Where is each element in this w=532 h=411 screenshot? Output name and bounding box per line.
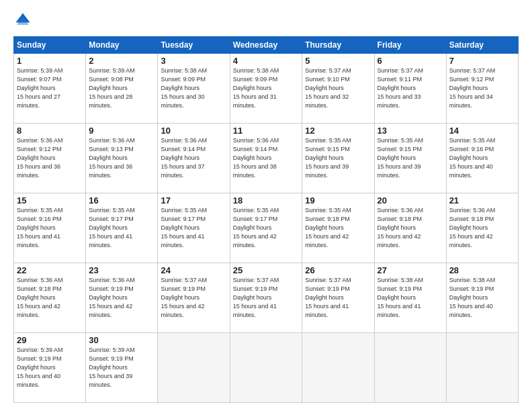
day-number: 12 bbox=[305, 126, 371, 136]
week-row-3: 15Sunrise: 5:35 AMSunset: 9:16 PMDayligh… bbox=[14, 193, 519, 263]
day-cell-5: 5Sunrise: 5:37 AMSunset: 9:10 PMDaylight… bbox=[302, 54, 374, 124]
day-number: 11 bbox=[233, 126, 300, 136]
day-cell-1: 1Sunrise: 5:39 AMSunset: 9:07 PMDaylight… bbox=[14, 54, 86, 124]
header-wednesday: Wednesday bbox=[230, 37, 302, 54]
day-number: 16 bbox=[89, 195, 154, 205]
day-cell-15: 15Sunrise: 5:35 AMSunset: 9:16 PMDayligh… bbox=[14, 193, 86, 263]
day-info: Sunrise: 5:38 AMSunset: 9:19 PMDaylight … bbox=[449, 277, 496, 318]
day-cell-17: 17Sunrise: 5:35 AMSunset: 9:17 PMDayligh… bbox=[158, 193, 230, 263]
day-number: 4 bbox=[233, 56, 300, 66]
header-sunday: Sunday bbox=[14, 37, 86, 54]
day-info: Sunrise: 5:39 AMSunset: 9:07 PMDaylight … bbox=[17, 67, 63, 109]
day-info: Sunrise: 5:38 AMSunset: 9:09 PMDaylight … bbox=[233, 67, 279, 109]
week-row-2: 8Sunrise: 5:36 AMSunset: 9:12 PMDaylight… bbox=[14, 124, 519, 193]
day-cell-27: 27Sunrise: 5:38 AMSunset: 9:19 PMDayligh… bbox=[374, 263, 446, 333]
day-cell-20: 20Sunrise: 5:36 AMSunset: 9:18 PMDayligh… bbox=[374, 193, 446, 263]
logo bbox=[13, 11, 35, 30]
day-info: Sunrise: 5:37 AMSunset: 9:12 PMDaylight … bbox=[449, 67, 496, 109]
header-saturday: Saturday bbox=[446, 37, 518, 54]
logo-icon bbox=[13, 11, 32, 30]
day-number: 20 bbox=[378, 195, 443, 205]
day-cell-13: 13Sunrise: 5:35 AMSunset: 9:15 PMDayligh… bbox=[374, 124, 446, 193]
day-cell-29: 29Sunrise: 5:39 AMSunset: 9:19 PMDayligh… bbox=[14, 333, 86, 403]
day-cell-8: 8Sunrise: 5:36 AMSunset: 9:12 PMDaylight… bbox=[14, 124, 86, 193]
day-info: Sunrise: 5:36 AMSunset: 9:19 PMDaylight … bbox=[89, 277, 135, 318]
day-cell-12: 12Sunrise: 5:35 AMSunset: 9:15 PMDayligh… bbox=[302, 124, 374, 193]
day-number: 13 bbox=[378, 126, 443, 136]
day-info: Sunrise: 5:35 AMSunset: 9:17 PMDaylight … bbox=[161, 207, 207, 248]
page: Sunday Monday Tuesday Wednesday Thursday… bbox=[0, 0, 532, 411]
day-number: 1 bbox=[17, 56, 83, 66]
day-info: Sunrise: 5:39 AMSunset: 9:19 PMDaylight … bbox=[17, 347, 63, 388]
empty-cell bbox=[374, 333, 446, 403]
day-cell-6: 6Sunrise: 5:37 AMSunset: 9:11 PMDaylight… bbox=[374, 54, 446, 124]
weekday-header-row: Sunday Monday Tuesday Wednesday Thursday… bbox=[14, 37, 519, 54]
day-info: Sunrise: 5:36 AMSunset: 9:14 PMDaylight … bbox=[233, 137, 279, 179]
day-cell-3: 3Sunrise: 5:38 AMSunset: 9:09 PMDaylight… bbox=[158, 54, 230, 124]
header bbox=[13, 11, 519, 30]
header-monday: Monday bbox=[86, 37, 158, 54]
day-cell-23: 23Sunrise: 5:36 AMSunset: 9:19 PMDayligh… bbox=[86, 263, 158, 333]
day-info: Sunrise: 5:35 AMSunset: 9:17 PMDaylight … bbox=[89, 207, 135, 248]
header-tuesday: Tuesday bbox=[158, 37, 230, 54]
empty-cell bbox=[302, 333, 374, 403]
header-thursday: Thursday bbox=[302, 37, 374, 54]
day-number: 9 bbox=[89, 126, 154, 136]
calendar-table: Sunday Monday Tuesday Wednesday Thursday… bbox=[13, 36, 519, 403]
day-cell-14: 14Sunrise: 5:35 AMSunset: 9:16 PMDayligh… bbox=[446, 124, 518, 193]
header-friday: Friday bbox=[374, 37, 446, 54]
day-number: 19 bbox=[305, 195, 371, 205]
day-cell-22: 22Sunrise: 5:36 AMSunset: 9:18 PMDayligh… bbox=[14, 263, 86, 333]
day-info: Sunrise: 5:39 AMSunset: 9:19 PMDaylight … bbox=[89, 347, 135, 388]
day-number: 30 bbox=[89, 335, 154, 345]
empty-cell bbox=[230, 333, 302, 403]
day-cell-7: 7Sunrise: 5:37 AMSunset: 9:12 PMDaylight… bbox=[446, 54, 518, 124]
day-number: 17 bbox=[161, 195, 226, 205]
day-info: Sunrise: 5:35 AMSunset: 9:18 PMDaylight … bbox=[305, 207, 351, 248]
day-info: Sunrise: 5:35 AMSunset: 9:15 PMDaylight … bbox=[305, 137, 351, 179]
day-number: 5 bbox=[305, 56, 371, 66]
day-info: Sunrise: 5:36 AMSunset: 9:13 PMDaylight … bbox=[89, 137, 135, 179]
empty-cell bbox=[446, 333, 518, 403]
day-info: Sunrise: 5:37 AMSunset: 9:11 PMDaylight … bbox=[378, 67, 424, 109]
day-number: 24 bbox=[161, 265, 226, 275]
day-cell-10: 10Sunrise: 5:36 AMSunset: 9:14 PMDayligh… bbox=[158, 124, 230, 193]
day-info: Sunrise: 5:37 AMSunset: 9:10 PMDaylight … bbox=[305, 67, 351, 109]
day-cell-30: 30Sunrise: 5:39 AMSunset: 9:19 PMDayligh… bbox=[86, 333, 158, 403]
day-number: 3 bbox=[161, 56, 226, 66]
day-info: Sunrise: 5:38 AMSunset: 9:19 PMDaylight … bbox=[378, 277, 424, 318]
day-number: 29 bbox=[17, 335, 83, 345]
day-number: 7 bbox=[449, 56, 515, 66]
day-info: Sunrise: 5:35 AMSunset: 9:15 PMDaylight … bbox=[378, 137, 424, 179]
day-cell-24: 24Sunrise: 5:37 AMSunset: 9:19 PMDayligh… bbox=[158, 263, 230, 333]
day-cell-21: 21Sunrise: 5:36 AMSunset: 9:18 PMDayligh… bbox=[446, 193, 518, 263]
day-info: Sunrise: 5:37 AMSunset: 9:19 PMDaylight … bbox=[161, 277, 207, 318]
day-number: 8 bbox=[17, 126, 83, 136]
day-info: Sunrise: 5:35 AMSunset: 9:16 PMDaylight … bbox=[17, 207, 63, 248]
day-cell-16: 16Sunrise: 5:35 AMSunset: 9:17 PMDayligh… bbox=[86, 193, 158, 263]
day-cell-11: 11Sunrise: 5:36 AMSunset: 9:14 PMDayligh… bbox=[230, 124, 302, 193]
week-row-4: 22Sunrise: 5:36 AMSunset: 9:18 PMDayligh… bbox=[14, 263, 519, 333]
day-info: Sunrise: 5:35 AMSunset: 9:16 PMDaylight … bbox=[449, 137, 496, 179]
day-info: Sunrise: 5:37 AMSunset: 9:19 PMDaylight … bbox=[305, 277, 351, 318]
day-number: 26 bbox=[305, 265, 371, 275]
day-cell-18: 18Sunrise: 5:35 AMSunset: 9:17 PMDayligh… bbox=[230, 193, 302, 263]
day-number: 14 bbox=[449, 126, 515, 136]
day-number: 21 bbox=[449, 195, 515, 205]
day-cell-28: 28Sunrise: 5:38 AMSunset: 9:19 PMDayligh… bbox=[446, 263, 518, 333]
day-number: 6 bbox=[378, 56, 443, 66]
day-cell-9: 9Sunrise: 5:36 AMSunset: 9:13 PMDaylight… bbox=[86, 124, 158, 193]
day-number: 27 bbox=[378, 265, 443, 275]
day-info: Sunrise: 5:36 AMSunset: 9:18 PMDaylight … bbox=[378, 207, 424, 248]
day-number: 18 bbox=[233, 195, 300, 205]
day-info: Sunrise: 5:38 AMSunset: 9:09 PMDaylight … bbox=[161, 67, 207, 109]
day-cell-2: 2Sunrise: 5:39 AMSunset: 9:08 PMDaylight… bbox=[86, 54, 158, 124]
day-number: 22 bbox=[17, 265, 83, 275]
day-number: 25 bbox=[233, 265, 300, 275]
day-cell-4: 4Sunrise: 5:38 AMSunset: 9:09 PMDaylight… bbox=[230, 54, 302, 124]
day-info: Sunrise: 5:39 AMSunset: 9:08 PMDaylight … bbox=[89, 67, 135, 109]
week-row-5: 29Sunrise: 5:39 AMSunset: 9:19 PMDayligh… bbox=[14, 333, 519, 403]
day-info: Sunrise: 5:36 AMSunset: 9:18 PMDaylight … bbox=[449, 207, 496, 248]
day-cell-25: 25Sunrise: 5:37 AMSunset: 9:19 PMDayligh… bbox=[230, 263, 302, 333]
day-number: 2 bbox=[89, 56, 154, 66]
